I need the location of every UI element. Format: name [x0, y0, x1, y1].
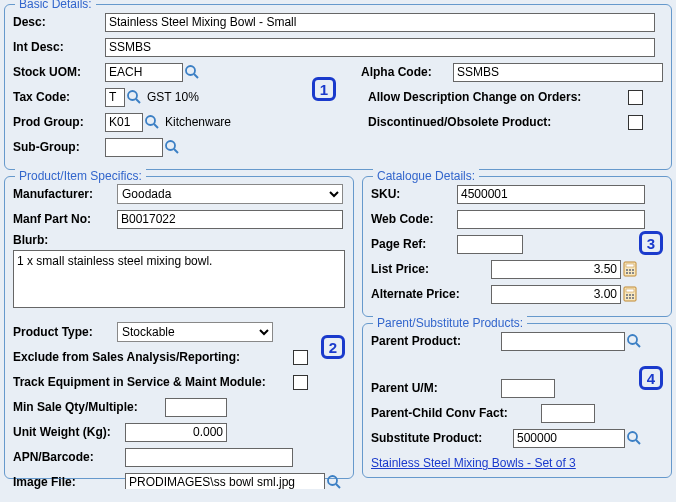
- barcode-input[interactable]: [125, 448, 293, 467]
- desc-label: Desc:: [13, 15, 105, 29]
- substitute-lookup-icon[interactable]: [625, 429, 643, 447]
- pageref-input[interactable]: [457, 235, 523, 254]
- alphacode-input[interactable]: [453, 63, 663, 82]
- convfact-input[interactable]: [541, 404, 595, 423]
- form-container: Basic Details: 1 Desc: Int Desc: Stock U…: [4, 4, 672, 485]
- discontinued-label: Discontinued/Obsolete Product:: [368, 115, 628, 129]
- listprice-label: List Price:: [371, 262, 491, 276]
- track-label: Track Equipment in Service & Maint Modul…: [13, 375, 293, 389]
- prodgroup-desc: Kitchenware: [165, 115, 231, 129]
- pageref-label: Page Ref:: [371, 237, 457, 251]
- intdesc-label: Int Desc:: [13, 40, 105, 54]
- listprice-input[interactable]: [491, 260, 621, 279]
- taxcode-label: Tax Code:: [13, 90, 105, 104]
- catalogue-fieldset: Catalogue Details: 3 SKU: Web Code: Page…: [362, 176, 672, 317]
- subgroup-input[interactable]: [105, 138, 163, 157]
- imagefile-lookup-icon[interactable]: [325, 473, 343, 489]
- minsale-input[interactable]: [165, 398, 227, 417]
- parentum-input[interactable]: [501, 379, 555, 398]
- taxcode-desc: GST 10%: [147, 90, 199, 104]
- prodgroup-lookup-icon[interactable]: [143, 113, 161, 131]
- webcode-label: Web Code:: [371, 212, 457, 226]
- specifics-fieldset: Product/Item Specifics: 2 Manufacturer: …: [4, 176, 354, 479]
- uom-input[interactable]: [105, 63, 183, 82]
- track-checkbox[interactable]: [293, 375, 308, 390]
- blurb-label: Blurb:: [13, 233, 48, 247]
- altprice-input[interactable]: [491, 285, 621, 304]
- uom-label: Stock UOM:: [13, 65, 105, 79]
- minsale-label: Min Sale Qty/Multiple:: [13, 400, 165, 414]
- altprice-label: Alternate Price:: [371, 287, 491, 301]
- partno-input[interactable]: [117, 210, 343, 229]
- basic-details-fieldset: Basic Details: 1 Desc: Int Desc: Stock U…: [4, 4, 672, 170]
- taxcode-lookup-icon[interactable]: [125, 88, 143, 106]
- subgroup-lookup-icon[interactable]: [163, 138, 181, 156]
- desc-input[interactable]: [105, 13, 655, 32]
- prodtype-label: Product Type:: [13, 325, 117, 339]
- catalogue-legend: Catalogue Details:: [373, 169, 479, 183]
- callout-1: 1: [312, 77, 336, 101]
- parent-fieldset: Parent/Substitute Products: 4 Parent Pro…: [362, 323, 672, 478]
- blurb-textarea[interactable]: 1 x small stainless steel mixing bowl.: [13, 250, 345, 308]
- parentprod-label: Parent Product:: [371, 334, 501, 348]
- convfact-label: Parent-Child Conv Fact:: [371, 406, 541, 420]
- parentum-label: Parent U/M:: [371, 381, 501, 395]
- barcode-label: APN/Barcode:: [13, 450, 125, 464]
- imagefile-label: Image File:: [13, 475, 125, 489]
- prodtype-select[interactable]: Stockable: [117, 322, 273, 342]
- substitute-input[interactable]: [513, 429, 625, 448]
- allowdesc-checkbox[interactable]: [628, 90, 643, 105]
- callout-3: 3: [639, 231, 663, 255]
- callout-4: 4: [639, 366, 663, 390]
- unitweight-label: Unit Weight (Kg):: [13, 425, 125, 439]
- partno-label: Manf Part No:: [13, 212, 117, 226]
- altprice-calc-icon[interactable]: [621, 285, 639, 303]
- basic-legend: Basic Details:: [15, 0, 96, 11]
- manufacturer-label: Manufacturer:: [13, 187, 117, 201]
- substitute-link[interactable]: Stainless Steel Mixing Bowls - Set of 3: [371, 456, 576, 470]
- manufacturer-select[interactable]: Goodada: [117, 184, 343, 204]
- parentprod-input[interactable]: [501, 332, 625, 351]
- prodgroup-label: Prod Group:: [13, 115, 105, 129]
- intdesc-input[interactable]: [105, 38, 655, 57]
- listprice-calc-icon[interactable]: [621, 260, 639, 278]
- exclude-label: Exclude from Sales Analysis/Reporting:: [13, 350, 293, 364]
- allowdesc-label: Allow Description Change on Orders:: [368, 90, 628, 104]
- taxcode-input[interactable]: [105, 88, 125, 107]
- sku-input[interactable]: [457, 185, 645, 204]
- unitweight-input[interactable]: [125, 423, 227, 442]
- specifics-legend: Product/Item Specifics:: [15, 169, 146, 183]
- webcode-input[interactable]: [457, 210, 645, 229]
- imagefile-input[interactable]: [125, 473, 325, 490]
- subgroup-label: Sub-Group:: [13, 140, 105, 154]
- substitute-label: Substitute Product:: [371, 431, 513, 445]
- prodgroup-input[interactable]: [105, 113, 143, 132]
- parentprod-lookup-icon[interactable]: [625, 332, 643, 350]
- parent-legend: Parent/Substitute Products:: [373, 316, 527, 330]
- uom-lookup-icon[interactable]: [183, 63, 201, 81]
- sku-label: SKU:: [371, 187, 457, 201]
- alphacode-label: Alpha Code:: [361, 65, 453, 79]
- exclude-checkbox[interactable]: [293, 350, 308, 365]
- discontinued-checkbox[interactable]: [628, 115, 643, 130]
- callout-2: 2: [321, 335, 345, 359]
